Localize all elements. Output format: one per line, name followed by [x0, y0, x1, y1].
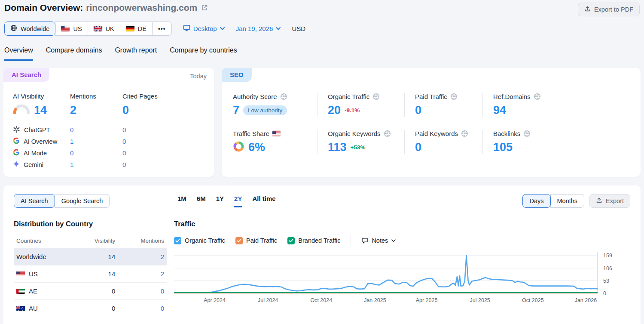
- ref-domains-value[interactable]: 94: [493, 104, 506, 117]
- backlinks-metric: Backlinks 105: [482, 130, 641, 154]
- svg-text:159: 159: [603, 253, 612, 259]
- provider-mentions[interactable]: 0: [70, 149, 122, 157]
- provider-cited[interactable]: 0: [122, 126, 204, 133]
- region-chip-more[interactable]: •••: [152, 22, 172, 36]
- region-chip-de[interactable]: DE: [120, 22, 153, 36]
- globe-info-icon[interactable]: [372, 93, 380, 100]
- period-2y[interactable]: 2Y: [234, 195, 242, 207]
- export-to-pdf-button[interactable]: Export to PDF: [578, 3, 640, 16]
- organic-keywords-metric: Organic Keywords 113 +53%: [317, 130, 404, 154]
- export-button[interactable]: Export: [589, 194, 630, 208]
- svg-text:106: 106: [603, 265, 612, 272]
- currency-label: USD: [292, 25, 305, 32]
- provider-mentions[interactable]: 1: [70, 138, 122, 145]
- toggle-ai-search[interactable]: AI Search: [14, 194, 55, 208]
- ai-search-badge: AI Search: [3, 68, 49, 82]
- us-flag-icon: [61, 26, 70, 31]
- chevron-down-icon: [391, 239, 396, 242]
- paid-checkbox-icon[interactable]: [235, 237, 243, 244]
- provider-mentions[interactable]: 0: [70, 126, 122, 133]
- organic-checkbox-icon[interactable]: [174, 237, 181, 244]
- globe-info-icon[interactable]: [523, 130, 531, 137]
- paid-keywords-value[interactable]: 0: [415, 141, 421, 154]
- authority-score-metric: Authority Score 7 Low authority: [222, 93, 317, 117]
- page-title-label: Domain Overview:: [4, 3, 83, 13]
- tab-overview[interactable]: Overview: [4, 43, 33, 61]
- desktop-monitor-icon: [183, 25, 190, 33]
- period-6m[interactable]: 6M: [197, 195, 206, 207]
- col-countries[interactable]: Countries: [14, 234, 73, 248]
- provider-name: AI Mode: [24, 150, 47, 157]
- us-flag-icon: [272, 131, 281, 136]
- provider-mentions[interactable]: 1: [70, 161, 122, 168]
- traffic-chart[interactable]: 053106159Apr 2024Jul 2024Oct 2024Jan 202…: [174, 250, 621, 305]
- google-icon: [13, 137, 20, 145]
- globe-info-icon[interactable]: [461, 130, 468, 137]
- table-row-ae[interactable]: AE 0 0: [14, 283, 167, 300]
- provider-cited[interactable]: 0: [122, 138, 204, 145]
- svg-text:Jan 2026: Jan 2026: [575, 297, 597, 303]
- globe-info-icon[interactable]: [534, 93, 541, 100]
- tab-compare-domains[interactable]: Compare domains: [46, 43, 102, 61]
- globe-info-icon[interactable]: [384, 130, 391, 137]
- table-row-us[interactable]: US 14 2: [14, 265, 167, 283]
- provider-cited[interactable]: 0: [122, 161, 204, 168]
- traffic-panel: AI Search Google Search 1M 6M 1Y 2Y All …: [3, 185, 641, 324]
- export-label: Export: [606, 197, 624, 204]
- period-1m[interactable]: 1M: [177, 195, 186, 207]
- toggle-days[interactable]: Days: [522, 194, 550, 208]
- table-row-worldwide[interactable]: Worldwide 14 2: [14, 248, 167, 265]
- globe-icon: [10, 25, 17, 33]
- legend-organic-traffic[interactable]: Organic Traffic: [174, 237, 225, 244]
- mentions-value[interactable]: 2: [118, 248, 167, 265]
- mentions-value[interactable]: 0: [118, 300, 167, 317]
- notes-dropdown[interactable]: Notes: [361, 237, 396, 244]
- branded-checkbox-icon[interactable]: [287, 237, 295, 244]
- toggle-months[interactable]: Months: [550, 194, 585, 208]
- period-selector: 1M 6M 1Y 2Y All time: [177, 195, 276, 207]
- globe-info-icon[interactable]: [450, 93, 458, 100]
- device-selector[interactable]: Desktop: [183, 25, 225, 33]
- period-all-time[interactable]: All time: [252, 195, 275, 207]
- table-row-au[interactable]: AU 0 0: [14, 300, 167, 317]
- legend-branded-traffic[interactable]: Branded Traffic: [287, 237, 340, 244]
- legend-divider: [351, 235, 351, 246]
- organic-keywords-value[interactable]: 113: [328, 141, 347, 154]
- region-chip-us[interactable]: US: [55, 22, 88, 36]
- country-name: Worldwide: [16, 253, 46, 260]
- metric-label: Mentions: [70, 93, 122, 100]
- date-selector[interactable]: Jan 19, 2026: [236, 25, 281, 32]
- region-chip-worldwide[interactable]: Worldwide: [4, 22, 55, 36]
- backlinks-value[interactable]: 105: [493, 141, 513, 154]
- mentions-value[interactable]: 0: [118, 283, 167, 300]
- ae-flag-icon: [16, 288, 25, 294]
- tab-growth-report[interactable]: Growth report: [115, 43, 157, 61]
- more-options-icon: •••: [158, 25, 166, 32]
- external-link-icon[interactable]: [201, 4, 208, 11]
- provider-name: AI Overview: [24, 138, 57, 145]
- domain-overview-page: Domain Overview: rinconpowerwashing.com …: [0, 0, 644, 324]
- col-mentions[interactable]: Mentions: [118, 234, 167, 248]
- period-1y[interactable]: 1Y: [216, 195, 224, 207]
- metric-label: Paid Keywords: [415, 130, 458, 137]
- provider-name: ChatGPT: [24, 127, 50, 133]
- organic-traffic-value[interactable]: 20: [328, 104, 341, 117]
- uk-flag-icon: [94, 26, 102, 31]
- svg-text:Apr 2025: Apr 2025: [416, 297, 438, 303]
- traffic-share-donut-icon: [233, 141, 244, 154]
- paid-traffic-value[interactable]: 0: [415, 104, 421, 117]
- globe-info-icon[interactable]: [280, 93, 287, 100]
- col-visibility[interactable]: Visibility: [73, 234, 118, 248]
- provider-cited[interactable]: 0: [122, 149, 204, 157]
- mentions-value[interactable]: 2: [118, 265, 167, 283]
- gauge-icon: [13, 104, 30, 117]
- summary-cards: AI Search Today AI Visibility 14: [3, 68, 641, 177]
- toggle-google-search[interactable]: Google Search: [55, 194, 110, 208]
- metric-label: Backlinks: [493, 130, 520, 137]
- organic-keywords-delta: +53%: [351, 144, 366, 151]
- region-chip-uk[interactable]: UK: [88, 22, 120, 36]
- seo-badge: SEO: [222, 68, 252, 82]
- ai-visibility-value: 14: [34, 104, 47, 117]
- tab-compare-by-countries[interactable]: Compare by countries: [170, 43, 237, 61]
- legend-paid-traffic[interactable]: Paid Traffic: [235, 237, 277, 244]
